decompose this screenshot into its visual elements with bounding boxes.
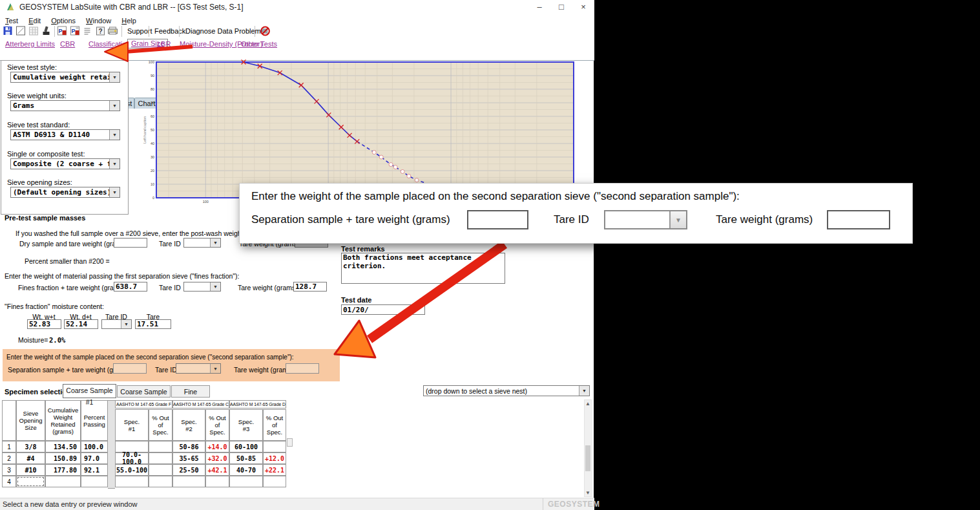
table-cell[interactable]: 70.0-100.0 xyxy=(115,452,149,464)
table-cell[interactable]: 50-85 xyxy=(229,452,263,464)
scroll-up-icon[interactable]: ▲ xyxy=(585,401,591,407)
fines-tare-weight-input[interactable] xyxy=(293,282,327,292)
table-cell[interactable]: 50-86 xyxy=(172,441,205,452)
table-cell[interactable] xyxy=(263,476,286,487)
close-icon[interactable]: × xyxy=(572,0,594,14)
table-cell[interactable] xyxy=(205,476,229,487)
chevron-down-icon[interactable]: ▼ xyxy=(210,364,220,373)
table-cell[interactable] xyxy=(149,464,172,476)
sieve-nest-combo[interactable]: (drop down to select a sieve nest) ▼ xyxy=(423,385,590,396)
table-cell[interactable]: 55.0-100 xyxy=(115,464,149,476)
menu-test[interactable]: Test xyxy=(5,17,18,25)
minimize-icon[interactable]: – xyxy=(528,0,550,14)
table-scroll-nub[interactable] xyxy=(287,438,293,447)
chevron-down-icon[interactable]: ▼ xyxy=(109,187,120,197)
separation-tare-id-combo[interactable]: ▼ xyxy=(176,363,221,374)
table-cell[interactable]: +12.0 xyxy=(263,452,286,464)
specimen-tab-coarse-sample-1[interactable]: Coarse Sample #1 xyxy=(63,384,116,398)
fines-tare-id-combo[interactable]: ▼ xyxy=(183,282,221,292)
option-combo-5[interactable]: (Default opening sizes)▼ xyxy=(10,187,120,198)
chevron-down-icon[interactable]: ▼ xyxy=(210,239,220,247)
table-cell[interactable]: 97.0 xyxy=(81,452,108,464)
diagnose-data-problems-button[interactable]: Diagnose Data Problems xyxy=(185,27,264,35)
callout-tare-weight-input[interactable] xyxy=(827,210,890,229)
module-tab-other-tests[interactable]: Other Tests xyxy=(241,40,277,48)
table-cell[interactable]: 60-100 xyxy=(229,441,263,452)
separation-sample-input[interactable] xyxy=(113,363,147,374)
chevron-down-icon[interactable]: ▼ xyxy=(109,159,120,169)
grid-icon[interactable] xyxy=(28,26,39,36)
chevron-down-icon[interactable]: ▼ xyxy=(109,101,120,111)
chart-icon[interactable] xyxy=(16,26,26,36)
table-cell[interactable]: +42.1 xyxy=(205,464,229,476)
table-cell[interactable]: 150.89 xyxy=(45,452,81,464)
menu-help[interactable]: Help xyxy=(121,17,136,25)
option-combo-3[interactable]: ASTM D6913 & D1140▼ xyxy=(10,129,120,140)
module-tab-cbr[interactable]: CBR xyxy=(60,40,75,48)
table-cell[interactable]: +32.0 xyxy=(205,452,229,464)
table-cell[interactable] xyxy=(149,441,172,452)
chevron-down-icon[interactable]: ▼ xyxy=(109,72,120,82)
test-remarks-textarea[interactable]: Both fractions meet acceptance criterion… xyxy=(341,253,505,284)
fines-fraction-input[interactable] xyxy=(114,282,147,292)
no-save-icon[interactable] xyxy=(260,26,271,36)
table-cell[interactable]: 134.50 xyxy=(45,441,81,452)
pdf-export-icon[interactable]: P xyxy=(70,26,81,36)
table-cell[interactable]: #4 xyxy=(16,452,45,464)
dry-sample-input[interactable] xyxy=(114,238,147,248)
option-combo-2[interactable]: Grams▼ xyxy=(10,100,120,111)
table-cell[interactable]: 35-65 xyxy=(172,452,205,464)
scrollbar-thumb[interactable] xyxy=(585,445,590,471)
option-combo-4[interactable]: Composite (2 coarse + fines)▼ xyxy=(10,158,120,169)
table-cell[interactable]: #10 xyxy=(16,464,45,476)
pdf-report-icon[interactable]: P xyxy=(57,26,68,36)
table-cell[interactable]: 3/8 xyxy=(16,441,45,452)
wt-dt-input[interactable] xyxy=(64,319,98,329)
chevron-down-icon[interactable]: ▼ xyxy=(109,130,120,140)
module-tab-atterberg-limits[interactable]: Atterberg Limits xyxy=(5,40,55,48)
table-cell[interactable]: 92.1 xyxy=(81,464,108,476)
module-tab-lbr[interactable]: LBR xyxy=(157,40,171,48)
option-combo-1[interactable]: Cumulative weight retained▼ xyxy=(10,72,120,83)
maximize-icon[interactable]: □ xyxy=(550,0,572,14)
moisture-tare-id-combo[interactable]: ▼ xyxy=(101,319,132,329)
table-cell[interactable] xyxy=(172,476,205,487)
table-cell[interactable] xyxy=(149,452,172,464)
table-cell[interactable]: 100.0 xyxy=(81,441,108,452)
table-cell[interactable] xyxy=(229,476,263,487)
table-cell[interactable] xyxy=(45,476,81,487)
table-vertical-scrollbar[interactable]: ▲ ▼ xyxy=(584,399,592,497)
data-list-icon[interactable] xyxy=(83,26,94,36)
chevron-down-icon[interactable]: ▼ xyxy=(121,320,131,328)
scroll-down-icon[interactable]: ▼ xyxy=(585,490,591,496)
dry-tare-id-combo[interactable]: ▼ xyxy=(183,238,221,248)
table-cell[interactable] xyxy=(115,476,149,487)
table-cell[interactable]: 25-50 xyxy=(172,464,205,476)
chevron-down-icon[interactable]: ▼ xyxy=(210,282,220,291)
table-cell[interactable]: +14.0 xyxy=(205,441,229,452)
table-cell[interactable]: +22.1 xyxy=(263,464,286,476)
separation-tare-weight-input[interactable] xyxy=(286,363,319,374)
table-cell[interactable]: 40-70 xyxy=(229,464,263,476)
table-cell[interactable] xyxy=(16,476,45,487)
callout-tare-id-combo[interactable]: ▼ xyxy=(604,210,687,229)
specimen-tab-coarse-sample-2[interactable]: Coarse Sample #2 xyxy=(117,385,171,398)
printer-icon[interactable] xyxy=(107,26,118,36)
menu-edit[interactable]: Edit xyxy=(28,17,41,25)
test-date-input[interactable] xyxy=(341,304,425,315)
chevron-down-icon[interactable]: ▼ xyxy=(669,211,686,228)
table-cell[interactable] xyxy=(81,476,108,487)
tare-input[interactable] xyxy=(135,319,171,329)
menu-options[interactable]: Options xyxy=(51,17,76,25)
specimen-tab-fine-sample[interactable]: Fine Sample xyxy=(171,385,210,398)
callout-separation-sample-input[interactable] xyxy=(467,210,528,229)
help-icon[interactable]: ? xyxy=(95,26,106,36)
test-apparatus-icon[interactable] xyxy=(41,26,52,36)
wt-wt-input[interactable] xyxy=(27,319,61,329)
table-cell[interactable]: 177.80 xyxy=(45,464,81,476)
feedback-button[interactable]: Feedback xyxy=(154,27,185,35)
chevron-down-icon[interactable]: ▼ xyxy=(579,386,589,396)
menu-window[interactable]: Window xyxy=(86,17,111,25)
table-cell[interactable] xyxy=(263,441,286,452)
table-cell[interactable] xyxy=(149,476,172,487)
